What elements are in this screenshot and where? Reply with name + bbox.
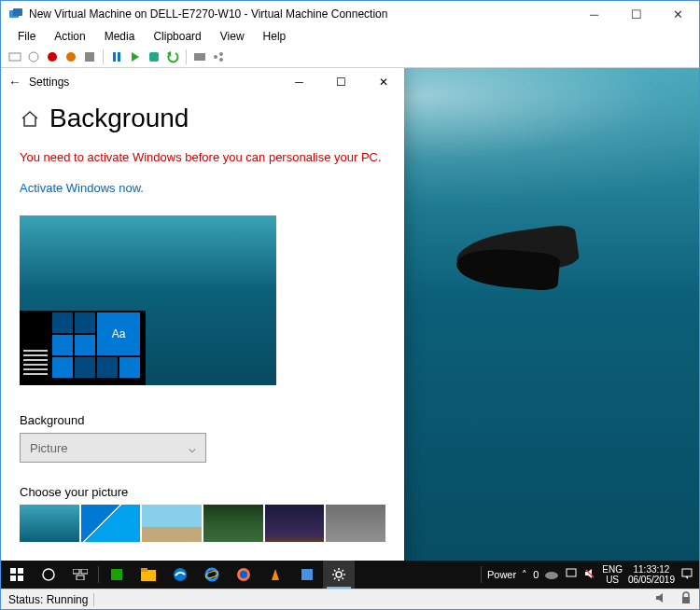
wallpaper-flipper [455,245,560,291]
svg-rect-24 [111,569,122,580]
activate-link[interactable]: Activate Windows now. [20,181,385,195]
start-menu-button[interactable] [1,561,33,589]
svg-point-28 [206,569,217,580]
svg-marker-9 [132,52,139,62]
picture-thumb[interactable] [81,505,141,542]
taskbar-app-vlc[interactable] [259,561,291,589]
svg-rect-8 [118,52,120,62]
menu-clipboard[interactable]: Clipboard [146,30,208,43]
svg-rect-36 [567,569,576,576]
settings-minimize-button[interactable]: ─ [278,68,320,96]
turnoff-button[interactable] [44,49,61,65]
app-icon [8,7,23,21]
tray-language[interactable]: ENG US [602,564,623,585]
vm-desktop: ← Settings ─ ☐ ✕ Background You need to … [1,68,699,589]
svg-rect-12 [194,53,205,61]
picture-thumb[interactable] [20,505,79,542]
svg-point-31 [240,571,247,578]
picture-thumb[interactable] [203,505,263,542]
taskbar-app-settings[interactable] [323,561,355,589]
menu-action[interactable]: Action [47,30,92,43]
svg-marker-40 [685,576,688,579]
svg-rect-33 [301,569,313,580]
reset-button[interactable] [127,49,144,65]
activation-warning: You need to activate Windows before you … [20,150,385,164]
svg-rect-6 [85,52,94,62]
shutdown-button[interactable] [63,49,79,65]
svg-rect-26 [141,568,147,572]
svg-point-35 [545,572,558,579]
settings-header-label: Settings [29,76,278,89]
tray-network-icon[interactable] [565,567,578,582]
revert-button[interactable] [164,49,181,65]
cortana-button[interactable] [33,561,64,589]
taskbar-app-edge[interactable] [164,561,196,589]
close-button[interactable]: ✕ [657,1,699,27]
tray-volume-icon[interactable] [583,567,596,582]
picture-thumb[interactable] [142,505,202,542]
ctrl-alt-del-button[interactable] [7,49,23,65]
minimize-button[interactable]: ─ [573,1,615,27]
svg-point-15 [219,58,223,62]
svg-rect-23 [77,575,84,580]
checkpoint-button[interactable] [146,49,162,65]
tray-onedrive-icon[interactable] [544,568,559,581]
share-button[interactable] [210,49,227,65]
svg-rect-2 [9,53,21,61]
svg-rect-42 [682,597,690,603]
background-label: Background [20,413,385,427]
menu-help[interactable]: Help [256,30,294,43]
taskbar-app-libreoffice[interactable] [101,561,133,589]
svg-rect-17 [18,568,23,574]
svg-rect-10 [149,52,159,62]
menu-media[interactable]: Media [97,30,143,43]
svg-point-3 [29,52,38,62]
chevron-down-icon: ⌵ [189,441,196,455]
start-button[interactable] [25,49,42,65]
tray-notifications-icon[interactable] [680,567,693,582]
save-button[interactable] [81,49,98,65]
svg-point-20 [43,569,54,580]
back-button[interactable]: ← [1,75,29,90]
svg-rect-7 [113,52,116,62]
outer-titlebar: New Virtual Machine on DELL-E7270-W10 - … [1,1,699,27]
taskbar-app-explorer[interactable] [133,561,164,589]
menu-view[interactable]: View [213,30,252,43]
svg-rect-16 [10,568,16,574]
picture-thumb[interactable] [326,505,385,542]
settings-close-button[interactable]: ✕ [362,68,404,96]
taskbar-app-ie[interactable] [196,561,228,589]
svg-marker-41 [656,593,663,603]
preview-start-menu: Aa [20,311,146,385]
status-label: Status: [8,593,43,606]
outer-statusbar: Status: Running [1,589,699,609]
settings-maximize-button[interactable]: ☐ [320,68,362,96]
svg-rect-18 [10,575,16,581]
enhanced-session-button[interactable] [191,49,208,65]
svg-rect-21 [73,569,79,574]
svg-rect-39 [682,569,692,576]
preview-sample-tile: Aa [97,312,140,355]
svg-rect-22 [81,569,88,574]
tray-chevron-up-icon[interactable]: ˄ [522,569,527,581]
tray-clock[interactable]: 11:33:12 06/05/2019 [628,564,675,585]
task-view-button[interactable] [64,561,96,589]
menu-file[interactable]: File [10,30,43,43]
taskbar-app-firefox[interactable] [228,561,259,589]
home-icon[interactable] [20,108,40,129]
taskbar-app-generic[interactable] [291,561,323,589]
picture-thumb[interactable] [265,505,325,542]
svg-point-13 [214,55,217,59]
choose-picture-label: Choose your picture [20,485,385,499]
status-speaker-icon[interactable] [654,591,667,607]
background-dropdown[interactable]: Picture ⌵ [20,433,206,463]
svg-point-4 [48,52,57,62]
status-lock-icon[interactable] [680,591,692,607]
pause-button[interactable] [108,49,125,65]
maximize-button[interactable]: ☐ [615,1,657,27]
tray-power-label: Power [487,569,516,580]
hyperv-window: New Virtual Machine on DELL-E7270-W10 - … [0,0,700,610]
page-title: Background [20,104,385,133]
settings-titlebar: ← Settings ─ ☐ ✕ [1,68,404,96]
settings-body: Background You need to activate Windows … [1,96,404,568]
